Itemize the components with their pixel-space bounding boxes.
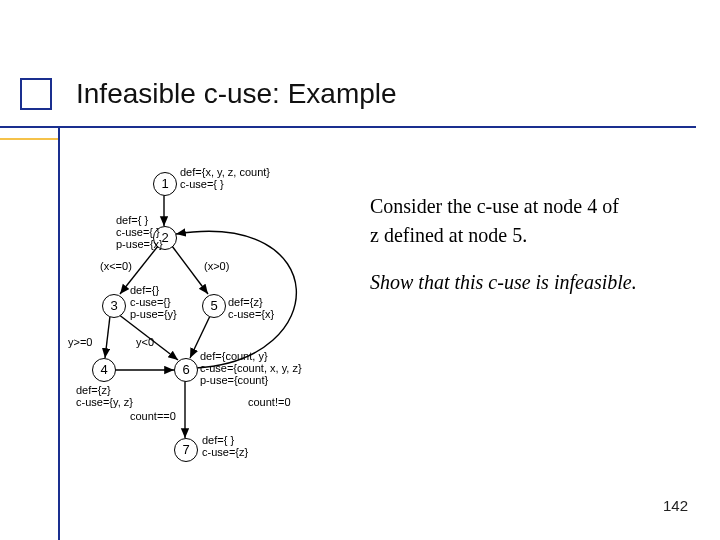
label-edge-2-3: (x<=0)	[100, 260, 132, 272]
side-rule	[58, 126, 60, 540]
body-line-1: Consider the c-use at node 4 of	[370, 192, 690, 221]
accent-rule	[0, 138, 58, 140]
graph-node-1: 1	[153, 172, 177, 196]
label-node-2: def={ }c-use={ }p-use={x}	[116, 214, 163, 250]
slide-title: Infeasible c-use: Example	[76, 78, 397, 110]
label-node-6: def={count, y}c-use={count, x, y, z}p-us…	[200, 350, 302, 386]
title-bullet-icon	[20, 78, 52, 110]
label-edge-6-7: count==0	[130, 410, 176, 422]
label-node-1: def={x, y, z, count}c-use={ }	[180, 166, 270, 190]
label-edge-3-6: y<0	[136, 336, 154, 348]
label-node-3: def={}c-use={}p-use={y}	[130, 284, 177, 320]
graph-node-4: 4	[92, 358, 116, 382]
label-node-4: def={z}c-use={y, z}	[76, 384, 133, 408]
label-edge-2-5: (x>0)	[204, 260, 229, 272]
body-text-block: Consider the c-use at node 4 of z define…	[370, 192, 690, 297]
page-number: 142	[663, 497, 688, 514]
label-node-5: def={z}c-use={x}	[228, 296, 274, 320]
graph-node-6: 6	[174, 358, 198, 382]
graph-node-5: 5	[202, 294, 226, 318]
flow-graph: 1 2 3 5 4 6 7 def={x, y, z, count}c-use=…	[88, 160, 358, 470]
title-underline	[0, 126, 696, 128]
label-node-7: def={ }c-use={z}	[202, 434, 248, 458]
svg-line-3	[105, 316, 110, 358]
graph-node-3: 3	[102, 294, 126, 318]
label-edge-3-4: y>=0	[68, 336, 92, 348]
graph-node-7: 7	[174, 438, 198, 462]
svg-line-2	[172, 246, 208, 294]
body-emphasis: Show that this c-use is infeasible.	[370, 268, 690, 297]
label-edge-6-2: count!=0	[248, 396, 291, 408]
body-line-2: z defined at node 5.	[370, 221, 690, 250]
